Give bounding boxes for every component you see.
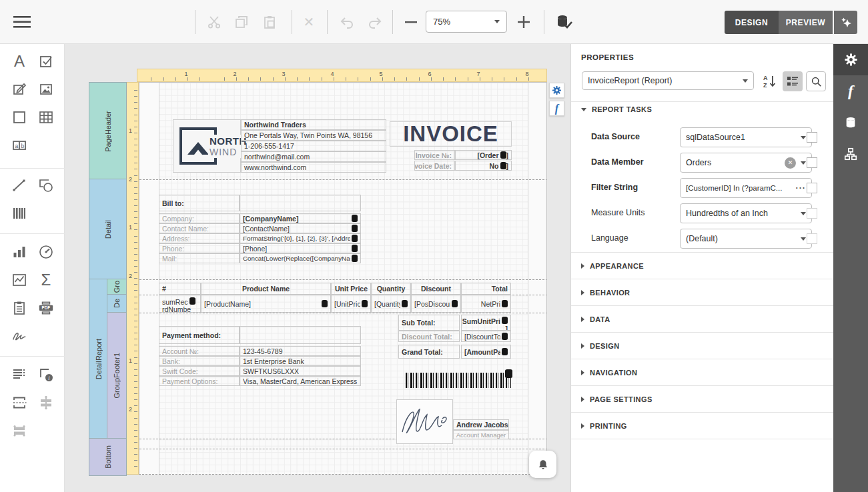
- phone-field[interactable]: [Phone]: [240, 243, 361, 253]
- band-separator[interactable]: [139, 449, 547, 449]
- band-detail[interactable]: Detail: [89, 179, 127, 280]
- band-control-icon[interactable]: [11, 423, 27, 439]
- filter-string-editor[interactable]: [CustomerID] In (?paramC... ···: [680, 178, 812, 198]
- panel-control-icon[interactable]: [11, 109, 27, 125]
- paste-icon[interactable]: [261, 13, 278, 31]
- payment-options-value[interactable]: Visa, MasterCard, American Express: [240, 376, 361, 386]
- design-mode-button[interactable]: DESIGN: [725, 11, 779, 34]
- invoice-date-label[interactable]: Invoice Date:: [414, 161, 455, 171]
- table-header-num[interactable]: #: [159, 283, 201, 295]
- check-box-control-icon[interactable]: [38, 53, 54, 69]
- redo-icon[interactable]: [366, 15, 384, 29]
- language-dropdown[interactable]: (Default): [680, 229, 812, 249]
- data-member-dropdown[interactable]: Orders ✕: [680, 153, 812, 173]
- bill-to-label[interactable]: Bill to:: [159, 195, 240, 211]
- company-address-field[interactable]: One Portals Way, Twin Points WA, 98156: [241, 130, 386, 141]
- section-page-settings[interactable]: PAGE SETTINGS: [571, 385, 834, 412]
- filter-string-expression-checkbox[interactable]: [807, 183, 817, 193]
- account-no-label[interactable]: Account №:: [159, 346, 240, 356]
- company-field[interactable]: [CompanyName]: [240, 213, 361, 223]
- report-page[interactable]: NORTH WIND Northwind Traders One Portals…: [139, 82, 547, 475]
- grand-total-field[interactable]: [AmountPai: [461, 345, 511, 359]
- company-email-field[interactable]: northwind@mail.com: [241, 151, 386, 162]
- signature-name-field[interactable]: Andrew Jacobson: [453, 419, 509, 430]
- band-bottom-margin[interactable]: Bottom: [89, 438, 127, 476]
- sort-alphabetical-button[interactable]: AZ: [761, 73, 779, 90]
- sub-total-field[interactable]: [SumUnitPri]: [461, 315, 511, 331]
- company-logo[interactable]: NORTH WIND: [173, 119, 241, 173]
- rail-properties-tab[interactable]: [833, 44, 868, 75]
- signature-image[interactable]: [396, 399, 453, 444]
- invoice-no-label[interactable]: Invoice №:: [414, 150, 455, 160]
- band-separator[interactable]: [139, 279, 547, 280]
- barcode-control[interactable]: [406, 373, 511, 388]
- rail-report-explorer-tab[interactable]: [833, 138, 868, 169]
- bill-to-empty-cell[interactable]: [240, 195, 361, 211]
- cut-icon[interactable]: [205, 14, 223, 30]
- section-behavior[interactable]: BEHAVIOR: [571, 279, 834, 305]
- table-cell-total[interactable]: NetPri: [461, 295, 511, 313]
- band-group-header[interactable]: Gro: [107, 279, 127, 295]
- account-no-value[interactable]: 123-45-6789: [240, 346, 361, 356]
- copy-icon[interactable]: [233, 14, 250, 30]
- menu-button[interactable]: [12, 13, 32, 31]
- vertical-alignment-icon[interactable]: [38, 395, 54, 411]
- zoom-out-button[interactable]: [403, 16, 419, 28]
- mail-label[interactable]: Mail:: [159, 253, 240, 263]
- table-cell-unit-price[interactable]: [UnitPric: [331, 295, 371, 313]
- table-cell-product-name[interactable]: [ProductName]: [201, 295, 331, 313]
- sparkline-control-icon[interactable]: [11, 272, 27, 288]
- signature-title-field[interactable]: Account Manager: [453, 430, 509, 439]
- report-settings-button[interactable]: [549, 83, 564, 98]
- validate-bindings-icon[interactable]: [555, 13, 574, 31]
- payment-method-label[interactable]: Payment method:: [159, 326, 240, 344]
- signature-control-icon[interactable]: [11, 328, 27, 344]
- address-label[interactable]: Address:: [159, 233, 240, 243]
- invoice-no-field[interactable]: [Order]: [455, 150, 512, 160]
- zoom-level-select[interactable]: 75%: [426, 11, 507, 33]
- company-website-field[interactable]: www.northwind.com: [241, 162, 386, 173]
- notifications-button[interactable]: [529, 451, 556, 478]
- table-header-product[interactable]: Product Name: [201, 283, 331, 295]
- swift-code-label[interactable]: Swift Code:: [159, 366, 240, 376]
- sub-total-label[interactable]: Sub Total:: [398, 315, 460, 331]
- barcode-control-icon[interactable]: [11, 205, 27, 221]
- clear-value-icon[interactable]: ✕: [785, 157, 796, 169]
- horizontal-ruler[interactable]: 1 2 3 4 5 6 7 8: [137, 69, 547, 82]
- page-break-control-icon[interactable]: [11, 395, 27, 411]
- page-info-control-icon[interactable]: [11, 367, 27, 383]
- invoice-title-label[interactable]: INVOICE: [390, 121, 512, 147]
- pdf-content-control-icon[interactable]: PDF: [38, 300, 54, 316]
- chart-control-icon[interactable]: [11, 244, 27, 260]
- data-member-expression-checkbox[interactable]: [807, 157, 817, 168]
- undo-icon[interactable]: [338, 15, 356, 29]
- band-detail-sub[interactable]: De: [107, 294, 127, 313]
- company-label[interactable]: Company:: [159, 213, 240, 223]
- phone-label[interactable]: Phone:: [159, 243, 240, 253]
- grouped-view-button[interactable]: [783, 71, 803, 91]
- section-appearance[interactable]: APPEARANCE: [571, 252, 834, 279]
- table-header-discount[interactable]: Discount: [411, 283, 461, 295]
- mail-field[interactable]: Concat(Lower(Replace([CompanyName]: [240, 253, 361, 263]
- band-detail-report[interactable]: DetailReport: [89, 279, 108, 439]
- contact-name-label[interactable]: Contact Name:: [159, 223, 240, 233]
- delete-icon[interactable]: ✕: [300, 14, 318, 30]
- band-group-footer[interactable]: GroupFooter1: [107, 312, 127, 439]
- table-header-unit-price[interactable]: Unit Price: [331, 283, 371, 295]
- discount-total-field[interactable]: [DiscountTot: [461, 331, 511, 342]
- cross-band-box-control-icon[interactable]: i: [38, 367, 54, 383]
- swift-code-value[interactable]: SWFTKUS6LXXX: [240, 366, 361, 376]
- table-header-total[interactable]: Total: [461, 283, 511, 295]
- rail-expressions-tab[interactable]: f: [833, 75, 868, 107]
- data-source-expression-checkbox[interactable]: [807, 132, 817, 143]
- section-navigation[interactable]: NAVIGATION: [571, 359, 834, 385]
- picture-box-control-icon[interactable]: [38, 81, 54, 97]
- ai-sparkle-button[interactable]: [834, 11, 857, 34]
- band-separator[interactable]: [139, 179, 547, 180]
- contact-name-field[interactable]: [ContactName]: [240, 223, 361, 233]
- discount-total-label[interactable]: Discount Total:: [398, 331, 460, 342]
- gauge-control-icon[interactable]: [38, 244, 54, 260]
- ellipsis-edit-icon[interactable]: ···: [796, 183, 807, 193]
- measure-units-dropdown[interactable]: Hundredths of an Inch: [680, 203, 812, 223]
- rich-text-control-icon[interactable]: [11, 81, 27, 97]
